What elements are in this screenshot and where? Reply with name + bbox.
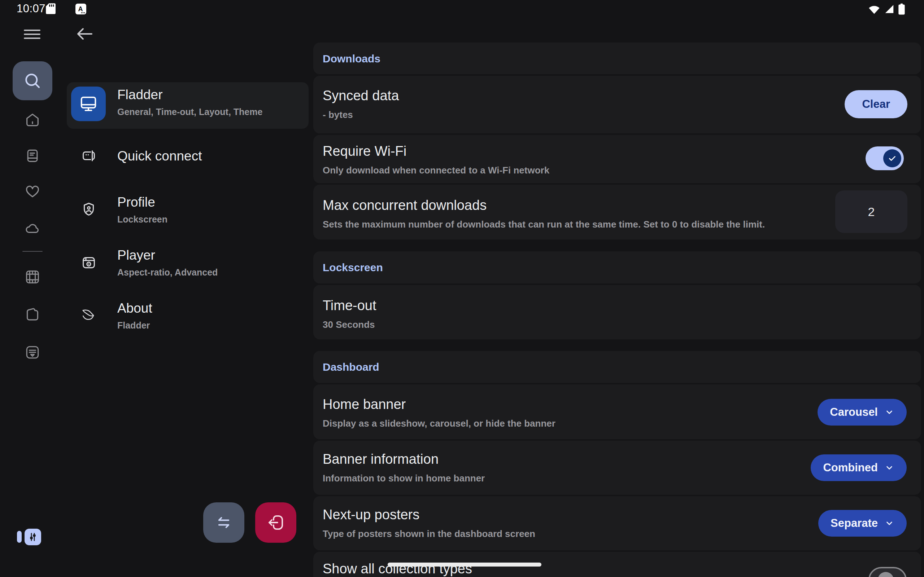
menu-item-player[interactable]: Player Aspect-ratio, Advanced: [67, 247, 309, 279]
home-banner-dropdown[interactable]: Carousel: [817, 399, 907, 425]
rail-collections[interactable]: [24, 344, 41, 361]
logout-fab[interactable]: [255, 502, 296, 543]
quick-settings-tile[interactable]: [24, 529, 41, 545]
row-subtitle: - bytes: [323, 109, 399, 121]
menu-item-subtitle: General, Time-out, Layout, Theme: [117, 107, 262, 117]
battery-icon: [898, 3, 905, 15]
dropdown-value: Carousel: [830, 406, 878, 419]
row-title: Max concurrent downloads: [323, 198, 765, 213]
rail-sync[interactable]: [24, 220, 41, 236]
monitor-icon: [78, 93, 99, 114]
section-title: Lockscreen: [323, 261, 383, 274]
menu-item-title: Quick connect: [117, 148, 202, 164]
row-subtitle: 30 Seconds: [323, 319, 376, 330]
search-icon: [23, 71, 42, 90]
menu-item-about[interactable]: About Fladder: [67, 300, 309, 332]
rail-media[interactable]: [24, 148, 41, 164]
folder-icon: [24, 306, 41, 322]
row-subtitle: Type of posters shown in the dashboard s…: [323, 528, 535, 540]
row-subtitle: Sets the maximum number of downloads tha…: [323, 219, 765, 230]
toggle-thumb: [878, 572, 894, 577]
row-subtitle: Information to show in home banner: [323, 473, 485, 484]
switch-server-fab[interactable]: [203, 502, 244, 543]
menu-item-title: Fladder: [117, 87, 262, 102]
row-next-up-posters[interactable]: Next-up posters Type of posters shown in…: [313, 496, 921, 550]
rail-movies[interactable]: [24, 269, 41, 285]
fladder-settings-screen: 10:07 A: [0, 0, 924, 577]
row-subtitle: Only download when connected to a Wi-Fi …: [323, 165, 549, 176]
section-title: Downloads: [323, 53, 380, 65]
row-require-wifi[interactable]: Require Wi-Fi Only download when connect…: [313, 135, 921, 183]
rail-favorites[interactable]: [24, 183, 41, 200]
dropdown-value: Separate: [830, 517, 878, 530]
chevron-down-icon: [884, 407, 894, 417]
menu-item-title: Player: [117, 248, 218, 263]
max-downloads-value-field[interactable]: 2: [835, 190, 908, 233]
svg-text:A: A: [78, 5, 83, 13]
row-home-banner[interactable]: Home banner Display as a slideshow, caro…: [313, 384, 921, 439]
heart-icon: [24, 183, 41, 200]
menu-item-fladder[interactable]: Fladder General, Time-out, Layout, Theme: [67, 82, 309, 129]
rail-folders[interactable]: [24, 306, 41, 322]
row-title: Banner information: [323, 451, 485, 467]
row-title: Require Wi-Fi: [323, 143, 549, 159]
check-icon: [888, 154, 897, 163]
row-title: Time-out: [323, 298, 376, 313]
row-banner-information[interactable]: Banner information Information to show i…: [313, 441, 921, 495]
player-icon: [81, 254, 97, 271]
row-synced-data[interactable]: Synced data - bytes Clear: [313, 76, 921, 134]
left-navigation-rail: [0, 17, 65, 577]
quick-connect-icon: [81, 148, 97, 164]
row-timeout[interactable]: Time-out 30 Seconds: [313, 285, 921, 339]
app-letter-a-icon: A: [75, 3, 87, 15]
sd-card-icon: [45, 3, 56, 15]
cloud-icon: [24, 219, 41, 237]
rail-search-active[interactable]: [13, 61, 52, 100]
page-indicator-pill: [17, 531, 22, 543]
toggle-thumb: [883, 149, 901, 167]
swap-arrows-icon: [213, 512, 234, 533]
row-max-concurrent-downloads[interactable]: Max concurrent downloads Sets the maximu…: [313, 185, 921, 239]
shield-person-icon: [81, 201, 97, 218]
chevron-down-icon: [884, 463, 894, 473]
sliders-icon: [27, 531, 39, 543]
film-icon: [24, 269, 41, 285]
library-icon: [24, 344, 41, 361]
clear-button[interactable]: Clear: [845, 90, 908, 118]
menu-item-title: Profile: [117, 195, 168, 210]
monitor-tile: [71, 87, 106, 121]
row-title: Synced data: [323, 88, 399, 103]
cell-signal-icon: [884, 3, 895, 15]
row-subtitle: Display as a slideshow, carousel, or hid…: [323, 418, 556, 429]
section-title: Dashboard: [323, 361, 380, 373]
require-wifi-toggle[interactable]: [866, 147, 904, 170]
back-button[interactable]: [76, 25, 93, 43]
rail-divider: [23, 251, 43, 252]
section-header-downloads: Downloads: [313, 43, 921, 74]
logout-icon: [265, 512, 286, 533]
menu-item-profile[interactable]: Profile Lockscreen: [67, 194, 309, 226]
gesture-navigation-bar[interactable]: [388, 562, 541, 567]
menu-item-subtitle: Aspect-ratio, Advanced: [117, 267, 218, 278]
wifi-icon: [868, 3, 881, 15]
menu-item-title: About: [117, 301, 152, 316]
dropdown-value: Combined: [823, 461, 878, 474]
rail-home[interactable]: [24, 112, 41, 128]
menu-item-quick-connect[interactable]: Quick connect: [67, 142, 309, 170]
banner-information-dropdown[interactable]: Combined: [811, 455, 907, 481]
row-title: Next-up posters: [323, 507, 535, 522]
menu-item-subtitle: Lockscreen: [117, 214, 168, 225]
fladder-logo-icon: [81, 307, 97, 324]
menu-item-subtitle: Fladder: [117, 320, 152, 331]
book-icon: [24, 148, 40, 164]
clock: 10:07: [16, 2, 45, 15]
next-up-posters-dropdown[interactable]: Separate: [818, 510, 907, 537]
chevron-down-icon: [884, 518, 894, 528]
section-header-lockscreen: Lockscreen: [313, 251, 921, 284]
section-header-dashboard: Dashboard: [313, 351, 921, 383]
home-icon: [24, 112, 41, 128]
show-all-collection-types-toggle[interactable]: [868, 567, 907, 577]
status-bar: 10:07 A: [0, 0, 924, 17]
row-title: Home banner: [323, 397, 556, 412]
